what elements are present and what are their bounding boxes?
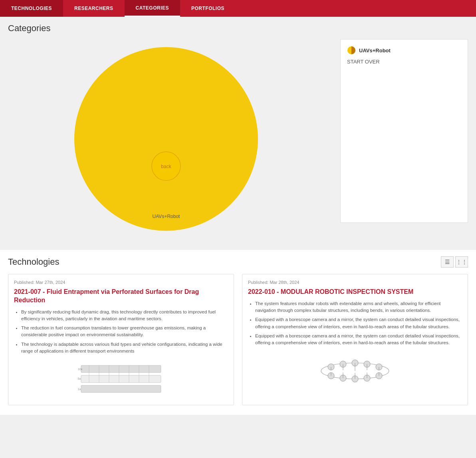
technologies-title: Technologies — [8, 257, 59, 267]
technologies-header: Technologies ☰ ⋮⋮ — [8, 256, 468, 268]
sidebar-panel: UAVs+Robot START OVER — [340, 39, 468, 223]
technologies-section: Technologies ☰ ⋮⋮ Published: Mar 27th, 2… — [0, 250, 476, 415]
start-over-link[interactable]: START OVER — [347, 59, 461, 65]
svg-text:10x: 10x — [78, 368, 83, 371]
navigation: TECHNOLOGIES RESEARCHERS CATEGORIES PORT… — [0, 0, 476, 17]
svg-point-0 — [74, 47, 258, 231]
tech-card-2: Published: Mar 28th, 2024 2022-010 - MOD… — [242, 274, 468, 405]
card-2-bullet-1: The system features modular robots with … — [255, 300, 462, 314]
bubble-chart[interactable]: back UAVs+Robot — [64, 39, 276, 239]
card-2-diagram — [315, 353, 395, 389]
view-toggle: ☰ ⋮⋮ — [441, 256, 468, 268]
svg-text:back: back — [161, 164, 171, 169]
list-icon: ☰ — [445, 259, 450, 265]
card-1-bullet-3: The technology is adaptable across vario… — [21, 341, 228, 355]
svg-text:5x: 5x — [78, 377, 81, 380]
categories-section: Categories back UAVs+Robot — [0, 17, 476, 247]
card-1-bullets: By significantly reducing fluid dynamic … — [14, 309, 228, 355]
card-2-title[interactable]: 2022-010 - MODULAR ROBOTIC INSPECTION SY… — [248, 288, 462, 296]
grid-icon: ⋮⋮ — [456, 259, 467, 265]
categories-title: Categories — [8, 23, 468, 34]
sidebar-item-row: UAVs+Robot — [347, 46, 461, 55]
card-2-bullet-3: Equipped with a borescope camera and a m… — [255, 333, 462, 347]
sidebar-item-name: UAVs+Robot — [359, 48, 391, 54]
nav-categories[interactable]: CATEGORIES — [125, 0, 180, 17]
nav-portfolios[interactable]: PORTFOLIOS — [180, 0, 236, 17]
card-1-diagram: 10x 5x 1x — [77, 361, 165, 397]
nav-technologies[interactable]: TECHNOLOGIES — [0, 0, 63, 17]
tech-card-1: Published: Mar 27th, 2024 2021-007 - Flu… — [8, 274, 234, 405]
svg-rect-7 — [81, 385, 161, 393]
section-divider — [0, 247, 476, 250]
category-icon — [347, 46, 356, 55]
categories-content: back UAVs+Robot UAVs+Robot START OVER — [8, 39, 468, 239]
card-1-bullet-1: By significantly reducing fluid dynamic … — [21, 309, 228, 323]
nav-researchers[interactable]: RESEARCHERS — [63, 0, 125, 17]
bubble-chart-container: back UAVs+Robot — [8, 39, 332, 239]
card-2-image — [248, 351, 462, 391]
page: TECHNOLOGIES RESEARCHERS CATEGORIES PORT… — [0, 0, 476, 415]
cards-grid: Published: Mar 27th, 2024 2021-007 - Flu… — [8, 274, 468, 405]
card-1-bullet-2: The reduction in fuel consumption transl… — [21, 325, 228, 339]
list-view-button[interactable]: ☰ — [441, 256, 454, 268]
svg-text:1x: 1x — [78, 388, 81, 391]
svg-text:UAVs+Robot: UAVs+Robot — [153, 214, 180, 219]
card-2-bullet-2: Equipped with a borescope camera and a m… — [255, 316, 462, 330]
card-1-title[interactable]: 2021-007 - Fluid Entrapment via Perforat… — [14, 288, 228, 305]
card-1-image: 10x 5x 1x — [14, 359, 228, 399]
card-1-published: Published: Mar 27th, 2024 — [14, 280, 228, 285]
card-2-bullets: The system features modular robots with … — [248, 300, 462, 347]
card-2-published: Published: Mar 28th, 2024 — [248, 280, 462, 285]
grid-view-button[interactable]: ⋮⋮ — [455, 256, 468, 268]
